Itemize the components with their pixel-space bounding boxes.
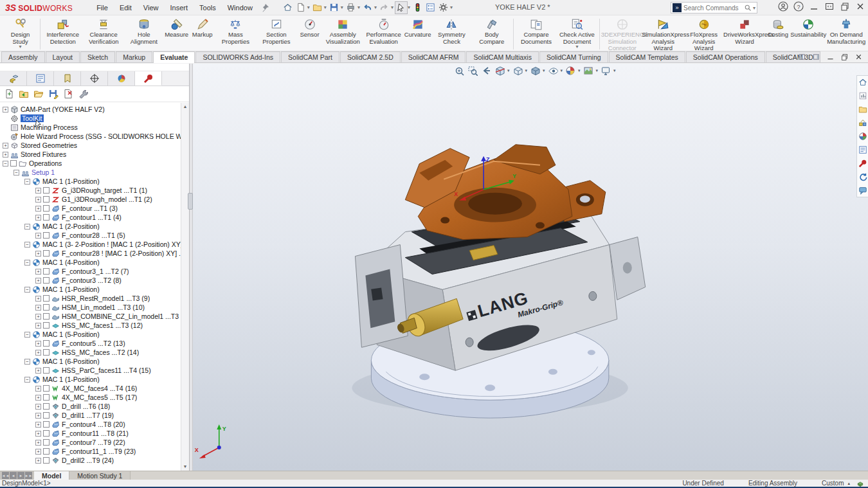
tree-item-label[interactable]: F_contour7 ...T9 (22) (62, 438, 125, 446)
file-explorer-button[interactable] (858, 105, 867, 114)
view-settings-button[interactable] (599, 65, 612, 77)
suppress-checkbox[interactable] (43, 232, 50, 239)
tab-sketch[interactable]: Sketch (80, 51, 115, 62)
tree-item-label[interactable]: MAC 1 (1-Position) (42, 285, 100, 293)
save-button[interactable] (328, 1, 341, 14)
performance-evaluation-button[interactable]: Performance Evaluation (363, 17, 404, 46)
curvature-button[interactable]: Curvature (404, 17, 431, 39)
expand-icon[interactable]: + (35, 215, 41, 221)
tab-solidcam-2-5d[interactable]: SolidCAM 2.5D (340, 51, 401, 62)
collapse-icon[interactable]: − (24, 242, 30, 248)
zoom-to-fit-button[interactable] (453, 65, 466, 77)
tree-row[interactable]: +HSR_RestR_model1 ...T3 (9) (0, 294, 181, 303)
tree-row[interactable]: +4X_MC_faces5 ...T5 (17) (0, 393, 181, 402)
design-library-button[interactable] (858, 118, 867, 127)
menu-insert[interactable]: Insert (165, 1, 194, 14)
driveworksxpress-wizard-button[interactable]: DriveWorksXpress Wizard (724, 17, 764, 46)
print-caret-icon[interactable]: ▾ (357, 5, 360, 10)
expand-icon[interactable]: + (3, 143, 8, 149)
open-document-button[interactable] (311, 1, 324, 14)
new-document-caret-icon[interactable]: ▾ (307, 5, 310, 10)
units-selector[interactable]: Custom (822, 480, 844, 487)
simulationxpress-analysis-wizard-button[interactable]: SimulationXpress Analysis Wizard (642, 17, 683, 53)
collapse-icon[interactable]: − (3, 161, 8, 167)
tab-assembly[interactable]: Assembly (1, 51, 45, 62)
prev-tab-icon[interactable]: ◄ (10, 472, 17, 479)
solidworks-forum-button[interactable] (858, 186, 867, 195)
new-item-button[interactable] (4, 89, 14, 99)
tree-row[interactable]: −MAC 1 (1-Position) (0, 375, 181, 384)
redo-button[interactable] (378, 1, 391, 14)
collapse-icon[interactable]: − (24, 260, 30, 266)
search-icon[interactable] (744, 4, 752, 12)
suppress-checkbox[interactable] (43, 430, 50, 437)
panel-collapse-handle[interactable] (188, 193, 193, 210)
collapse-icon[interactable]: − (24, 332, 30, 338)
select-caret-icon[interactable]: ▾ (408, 5, 410, 10)
suppress-checkbox[interactable] (43, 313, 50, 320)
collapse-icon[interactable]: − (24, 224, 30, 230)
tab-solidcam-operations[interactable]: SolidCAM Operations (686, 51, 765, 62)
tree-item-label[interactable]: Stored Fixtures (21, 150, 66, 158)
expand-icon[interactable]: + (35, 341, 41, 347)
view-orientation-button[interactable] (511, 65, 524, 77)
switch-window-button[interactable] (824, 1, 835, 12)
home-button[interactable] (858, 78, 867, 87)
restore-button[interactable] (840, 1, 850, 12)
suppress-checkbox[interactable] (43, 394, 50, 401)
tree-item-label[interactable]: Setup 1 (32, 168, 55, 176)
suppress-checkbox[interactable] (43, 349, 50, 356)
panel-tab-property-manager[interactable] (27, 71, 54, 86)
doc-restore-button[interactable] (840, 53, 849, 61)
save-caret-icon[interactable]: ▾ (341, 5, 343, 10)
suppress-checkbox[interactable] (43, 457, 50, 464)
tab-solidcam-part[interactable]: SolidCAM Part (281, 51, 339, 62)
expand-icon[interactable]: + (35, 197, 41, 203)
suppress-checkbox[interactable] (43, 187, 50, 194)
sensor-button[interactable]: Sensor (297, 17, 323, 39)
check-active-document-button[interactable]: Check Active Document▾ (557, 17, 597, 50)
hide-show-items-button[interactable] (547, 65, 559, 77)
minimize-button[interactable] (809, 1, 819, 12)
tree-item-label[interactable]: HSS_MC_faces ...T2 (14) (62, 348, 139, 356)
tree-row[interactable]: +Stored Fixtures (0, 150, 181, 159)
expand-icon[interactable]: + (35, 404, 41, 410)
measure-button[interactable]: Measure (164, 17, 190, 39)
last-tab-icon[interactable]: ►► (25, 472, 32, 479)
apply-scene-button[interactable] (582, 65, 595, 77)
panel-tab-dimxpert-manager[interactable] (81, 71, 108, 86)
tree-row[interactable]: +F_contour ...T1 (3) (0, 204, 181, 213)
design-study-caret-icon[interactable]: ▾ (19, 45, 22, 49)
print-button[interactable] (345, 1, 357, 14)
tree-row[interactable]: +HSM_COMBINE_CZ_Lin_model1 ...T3 (11) (0, 312, 181, 321)
3dexperience-marketplace-button[interactable] (858, 91, 867, 100)
section-view-button[interactable] (493, 65, 506, 77)
tree-item-label[interactable]: CAM-Part (YOKE HALF V2) (21, 105, 105, 113)
suppress-checkbox[interactable] (43, 304, 50, 311)
tree-row[interactable]: +4X_MC_faces4 ...T4 (16) (0, 384, 181, 393)
suppress-checkbox[interactable] (43, 367, 50, 374)
tree-row[interactable]: −Setup 1 (0, 168, 181, 177)
tree-row[interactable]: +F_contour28 ! [MAC 1 (2-Position) XY] .… (0, 249, 181, 258)
next-tab-icon[interactable]: ► (17, 472, 24, 479)
tree-row[interactable]: +HSS_MC_faces1 ...T3 (12) (0, 321, 181, 330)
assembly-visualization-button[interactable]: Assembly Visualization (323, 17, 363, 46)
expand-icon[interactable]: + (35, 278, 41, 284)
suppress-checkbox[interactable] (43, 340, 50, 347)
panel-tab-feature-manager-design-tree[interactable] (0, 71, 27, 86)
tree-row[interactable]: +F_contour11_1 ...T9 (23) (0, 447, 181, 456)
menu-window[interactable]: Window (222, 1, 258, 14)
tree-item-label[interactable]: HSS_ParC_faces11 ...T4 (15) (62, 366, 151, 374)
select-button[interactable] (395, 1, 408, 14)
scroll-up-icon[interactable]: ▲ (181, 103, 189, 111)
zoom-to-area-button[interactable] (466, 65, 479, 77)
suppress-checkbox[interactable] (43, 295, 50, 302)
collapse-icon[interactable]: − (24, 377, 30, 383)
save-edit-button[interactable] (48, 89, 59, 99)
expand-icon[interactable]: + (35, 296, 41, 302)
tree-item-label[interactable]: HSM_Lin_model1 ...T3 (10) (62, 303, 145, 311)
tree-item-label[interactable]: Hole Wizard Process (SSG - SOLIDWORKS HO… (21, 132, 181, 140)
interference-detection-button[interactable]: Interference Detection (42, 17, 83, 46)
search-commands[interactable]: » ▾ (671, 2, 757, 14)
section-properties-button[interactable]: Section Properties (256, 17, 296, 46)
